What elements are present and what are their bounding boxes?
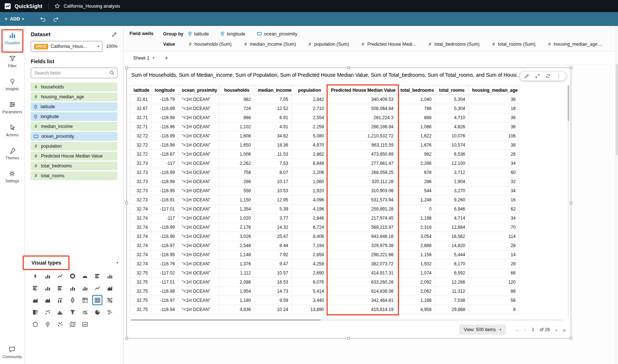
vertical-scrollbar[interactable] (568, 85, 569, 316)
heat-map-icon[interactable] (105, 296, 114, 304)
table-row[interactable]: 32.72-116.87"<1H OCEAN"1,00611.532,86247… (130, 150, 519, 159)
nav-item-parameters[interactable]: Parameters (2, 101, 22, 114)
vertical-stacked-bar-chart-icon[interactable] (68, 284, 77, 292)
first-page-icon[interactable]: « (516, 327, 519, 333)
nav-item-community[interactable]: Community (3, 346, 22, 359)
selection-handle[interactable] (570, 337, 572, 340)
column-header[interactable]: ocean_proximity (178, 86, 219, 95)
column-header[interactable]: median_income (255, 86, 292, 95)
funnel-chart-icon[interactable] (68, 308, 77, 316)
field-item-ocean-proximity[interactable]: ocean_proximity (31, 132, 117, 141)
area-chart-icon[interactable] (31, 296, 39, 304)
field-item-predicted-house-median-value[interactable]: #Predicted House Median Value (31, 152, 117, 160)
basic-line-chart-icon[interactable] (93, 284, 102, 292)
selection-handle[interactable] (125, 337, 128, 340)
table-row[interactable]: 32.74-116.95"<1H OCEAN"1,1487.922,858298… (130, 250, 519, 259)
auto-graph-icon[interactable] (31, 272, 39, 280)
selection-handle[interactable] (570, 67, 572, 69)
collapse-chevron-icon[interactable]: ▾ (116, 261, 118, 265)
table-visual[interactable]: Sum of Households, Sum of Median_income,… (127, 68, 571, 338)
table-row[interactable]: 32.72-116.98"<1H OCEAN"1,65018.364,97066… (130, 141, 519, 150)
table-row[interactable]: 32.75-116.98"<1H OCEAN"1,95414.735,41461… (130, 287, 519, 296)
clustered-bar-chart-icon[interactable] (43, 272, 52, 280)
field-well-pill[interactable]: longitude (221, 31, 245, 37)
window-scrollbar-thumb[interactable] (616, 64, 618, 155)
view-items-dropdown[interactable]: View: 500 items ▾ (459, 325, 506, 335)
horizontal-bar-chart-icon[interactable] (31, 284, 39, 292)
pie-chart-icon[interactable] (93, 308, 102, 316)
table-row[interactable]: 32.74-116.97"<1H OCEAN"2,5488.447,194329… (130, 241, 519, 250)
column-header[interactable]: latitude (130, 86, 151, 95)
combo-chart-icon[interactable] (56, 296, 64, 304)
table-row[interactable]: 32.73-117"<1H OCEAN"2,2627.536,848277,66… (130, 159, 519, 168)
table-row[interactable]: 32.75-117.02"<1H OCEAN"1,11210.572,69041… (130, 269, 519, 278)
tree-map-icon[interactable] (31, 308, 39, 316)
field-item-total-bedrooms[interactable]: #total_bedrooms (31, 162, 117, 170)
kpi-icon[interactable] (80, 320, 89, 329)
horizontal-stacked-bar-chart-icon[interactable] (56, 284, 64, 292)
search-icon[interactable] (109, 70, 114, 75)
table-row[interactable]: 32.74-116.98"<1H OCEAN"3,02625.478,40694… (130, 232, 519, 241)
edit-dataset-pencil-icon[interactable] (112, 31, 117, 37)
column-header[interactable]: households (219, 86, 255, 95)
table-row[interactable]: 32.75-116.94"<1H OCEAN"4,83610.2413,8904… (130, 305, 519, 314)
nav-item-settings[interactable]: Settings (5, 170, 19, 183)
table-row[interactable]: 32.73-116.99"<1H OCEAN"7588.072,206268,0… (130, 168, 519, 177)
filled-map-icon[interactable] (31, 320, 39, 329)
area-line-chart-icon[interactable] (105, 284, 114, 292)
table-row[interactable]: 32.71-116.96"<1H OCEAN"1,1024.912,258268… (130, 122, 519, 132)
pivot-table-icon[interactable] (80, 296, 89, 304)
scatter-plot-icon[interactable] (43, 308, 52, 316)
nav-item-filter[interactable]: Filter (8, 55, 16, 68)
sankey-diagram-icon[interactable] (80, 308, 89, 316)
redo-icon[interactable] (53, 16, 59, 22)
previous-page-icon[interactable]: ‹ (524, 327, 526, 333)
vertical-scrollbar-thumb[interactable] (568, 85, 569, 121)
horizontal-scrollbar[interactable] (131, 319, 563, 321)
table-row[interactable]: 32.75-116.97"<1H OCEAN"1,1809.593,440342… (130, 296, 519, 305)
field-well-pill[interactable]: #population (Sum) (308, 42, 349, 47)
field-well-pill[interactable]: ocean_proximity (257, 31, 297, 37)
nav-item-insights[interactable]: Insights (5, 78, 19, 91)
box-plot-icon[interactable] (68, 296, 77, 304)
points-on-map-icon[interactable] (56, 320, 64, 329)
field-well-pill[interactable]: #households (Sum) (188, 42, 231, 47)
histogram-icon[interactable] (56, 308, 64, 316)
field-item-households[interactable]: #households (31, 83, 117, 91)
field-well-pill[interactable]: #total_bedrooms (Sum) (428, 42, 480, 47)
last-page-icon[interactable]: » (563, 327, 566, 333)
field-item-population[interactable]: #population (31, 142, 117, 151)
geospatial-map-icon[interactable] (68, 320, 77, 329)
table-row[interactable]: 32.67-116.89"<1H OCEAN"72412.522,710508,… (130, 104, 519, 113)
selection-handle[interactable] (125, 67, 128, 69)
table-row[interactable]: 32.74-116.99"<1H OCEAN"2,17614.326,72456… (130, 223, 519, 232)
column-header[interactable]: Predicted House Median Value (328, 86, 397, 95)
nav-item-actions[interactable]: Actions (6, 124, 18, 137)
field-item-longitude[interactable]: longitude (31, 112, 117, 121)
table-row[interactable]: 32.72-116.99"<1H OCEAN"1,60834.825,0801,… (130, 132, 519, 141)
undo-icon[interactable] (40, 16, 46, 22)
add-button[interactable]: + ADD ▾ (4, 16, 24, 22)
field-well-pill[interactable]: latitude (188, 31, 209, 37)
table-row[interactable]: 32.74-116.76"<1H OCEAN"1,3769.474,258382… (130, 259, 519, 269)
field-wells-bar[interactable]: Field wells Group by latitudelongitudeoc… (124, 26, 618, 52)
field-item-median-income[interactable]: #median_income (31, 122, 117, 131)
donut-chart-icon[interactable] (68, 272, 77, 280)
table-row[interactable]: 32.73-116.91"<1H OCEAN"1,15012.954,09653… (130, 196, 519, 205)
selection-handle[interactable] (125, 202, 128, 204)
vertical-bar-chart-icon[interactable] (43, 284, 52, 292)
table-row[interactable]: 32.73-116.95"<1H OCEAN"55810.531,920310,… (130, 186, 519, 196)
column-header[interactable]: population (292, 86, 328, 95)
stacked-vertical-bar-chart-icon[interactable] (105, 272, 114, 280)
field-item-latitude[interactable]: latitude (31, 102, 117, 111)
vertical-stacked-100-bar-chart-icon[interactable] (80, 284, 89, 292)
field-well-pill[interactable]: #median_income (Sum) (243, 42, 296, 47)
edit-visual-pencil-icon[interactable] (524, 73, 530, 79)
stacked-area-chart-icon[interactable] (43, 296, 52, 304)
nav-item-visualize[interactable]: Visualize (5, 32, 20, 45)
sheet-tab[interactable]: Sheet 1 ▾ (128, 53, 159, 63)
nav-item-themes[interactable]: Themes (5, 147, 19, 160)
next-page-icon[interactable]: › (555, 327, 557, 333)
selection-handle[interactable] (570, 202, 572, 204)
selection-handle[interactable] (347, 337, 350, 340)
